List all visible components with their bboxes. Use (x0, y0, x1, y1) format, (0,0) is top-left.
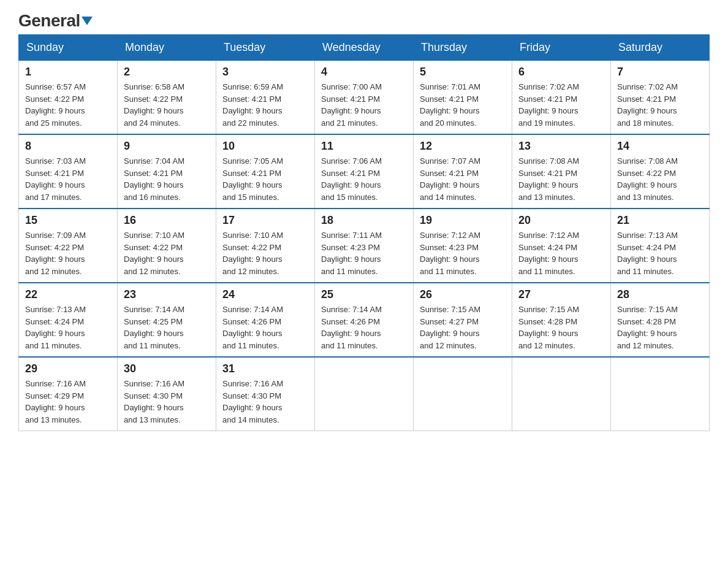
day-info: Sunrise: 7:09 AMSunset: 4:22 PMDaylight:… (25, 229, 111, 277)
week-row-2: 8Sunrise: 7:03 AMSunset: 4:21 PMDaylight… (19, 134, 710, 209)
day-info: Sunrise: 7:08 AMSunset: 4:22 PMDaylight:… (617, 155, 703, 203)
calendar-cell: 21Sunrise: 7:13 AMSunset: 4:24 PMDayligh… (611, 209, 710, 283)
calendar-cell: 12Sunrise: 7:07 AMSunset: 4:21 PMDayligh… (414, 134, 512, 209)
calendar-cell: 13Sunrise: 7:08 AMSunset: 4:21 PMDayligh… (512, 134, 611, 209)
day-info: Sunrise: 7:11 AMSunset: 4:23 PMDaylight:… (321, 229, 407, 277)
day-number: 9 (124, 140, 210, 153)
calendar-cell (315, 357, 414, 431)
header-monday: Monday (118, 35, 216, 61)
calendar-cell: 8Sunrise: 7:03 AMSunset: 4:21 PMDaylight… (19, 134, 118, 209)
day-number: 13 (518, 140, 604, 153)
day-info: Sunrise: 7:08 AMSunset: 4:21 PMDaylight:… (518, 155, 604, 203)
day-info: Sunrise: 7:02 AMSunset: 4:21 PMDaylight:… (617, 81, 703, 129)
page-header: General (18, 12, 710, 28)
day-number: 2 (124, 66, 210, 79)
day-number: 4 (321, 66, 407, 79)
calendar-cell: 20Sunrise: 7:12 AMSunset: 4:24 PMDayligh… (512, 209, 611, 283)
day-number: 28 (617, 288, 703, 301)
calendar-cell: 22Sunrise: 7:13 AMSunset: 4:24 PMDayligh… (19, 283, 118, 357)
week-row-4: 22Sunrise: 7:13 AMSunset: 4:24 PMDayligh… (19, 283, 710, 357)
day-info: Sunrise: 7:16 AMSunset: 4:30 PMDaylight:… (124, 378, 210, 426)
day-number: 5 (420, 66, 506, 79)
header-wednesday: Wednesday (315, 35, 414, 61)
day-info: Sunrise: 7:16 AMSunset: 4:29 PMDaylight:… (25, 378, 111, 426)
day-number: 19 (420, 214, 506, 227)
header-friday: Friday (512, 35, 611, 61)
logo: General (18, 12, 93, 28)
day-info: Sunrise: 7:12 AMSunset: 4:23 PMDaylight:… (420, 229, 506, 277)
day-info: Sunrise: 7:00 AMSunset: 4:21 PMDaylight:… (321, 81, 407, 129)
day-number: 26 (420, 288, 506, 301)
day-number: 27 (518, 288, 604, 301)
calendar-cell: 25Sunrise: 7:14 AMSunset: 4:26 PMDayligh… (315, 283, 414, 357)
calendar-cell: 18Sunrise: 7:11 AMSunset: 4:23 PMDayligh… (315, 209, 414, 283)
week-row-5: 29Sunrise: 7:16 AMSunset: 4:29 PMDayligh… (19, 357, 710, 431)
day-number: 6 (518, 66, 604, 79)
calendar-cell: 17Sunrise: 7:10 AMSunset: 4:22 PMDayligh… (216, 209, 315, 283)
day-info: Sunrise: 7:15 AMSunset: 4:28 PMDaylight:… (518, 304, 604, 351)
logo-general: General (18, 12, 80, 29)
day-info: Sunrise: 7:10 AMSunset: 4:22 PMDaylight:… (124, 229, 210, 277)
day-number: 17 (222, 214, 308, 227)
day-number: 29 (25, 362, 111, 375)
day-number: 25 (321, 288, 407, 301)
day-number: 21 (617, 214, 703, 227)
day-info: Sunrise: 7:15 AMSunset: 4:27 PMDaylight:… (420, 304, 506, 351)
day-number: 30 (124, 362, 210, 375)
calendar-cell: 19Sunrise: 7:12 AMSunset: 4:23 PMDayligh… (414, 209, 512, 283)
calendar-cell: 6Sunrise: 7:02 AMSunset: 4:21 PMDaylight… (512, 61, 611, 135)
day-number: 10 (222, 140, 308, 153)
calendar-cell: 24Sunrise: 7:14 AMSunset: 4:26 PMDayligh… (216, 283, 315, 357)
day-info: Sunrise: 7:12 AMSunset: 4:24 PMDaylight:… (518, 229, 604, 277)
day-info: Sunrise: 7:04 AMSunset: 4:21 PMDaylight:… (124, 155, 210, 203)
day-number: 8 (25, 140, 111, 153)
header-sunday: Sunday (19, 35, 118, 61)
header-tuesday: Tuesday (216, 35, 315, 61)
calendar-table: Sunday Monday Tuesday Wednesday Thursday… (18, 34, 710, 431)
calendar-cell: 31Sunrise: 7:16 AMSunset: 4:30 PMDayligh… (216, 357, 315, 431)
calendar-cell: 29Sunrise: 7:16 AMSunset: 4:29 PMDayligh… (19, 357, 118, 431)
weekday-header-row: Sunday Monday Tuesday Wednesday Thursday… (19, 35, 710, 61)
day-info: Sunrise: 6:57 AMSunset: 4:22 PMDaylight:… (25, 81, 111, 129)
day-number: 23 (124, 288, 210, 301)
calendar-cell: 1Sunrise: 6:57 AMSunset: 4:22 PMDaylight… (19, 61, 118, 135)
calendar-cell: 10Sunrise: 7:05 AMSunset: 4:21 PMDayligh… (216, 134, 315, 209)
week-row-3: 15Sunrise: 7:09 AMSunset: 4:22 PMDayligh… (19, 209, 710, 283)
header-thursday: Thursday (414, 35, 512, 61)
calendar-cell: 28Sunrise: 7:15 AMSunset: 4:28 PMDayligh… (611, 283, 710, 357)
day-info: Sunrise: 7:03 AMSunset: 4:21 PMDaylight:… (25, 155, 111, 203)
day-info: Sunrise: 7:14 AMSunset: 4:26 PMDaylight:… (222, 304, 308, 351)
logo-triangle-icon (82, 17, 93, 25)
calendar-cell: 14Sunrise: 7:08 AMSunset: 4:22 PMDayligh… (611, 134, 710, 209)
day-info: Sunrise: 7:15 AMSunset: 4:28 PMDaylight:… (617, 304, 703, 351)
day-info: Sunrise: 7:13 AMSunset: 4:24 PMDaylight:… (617, 229, 703, 277)
day-info: Sunrise: 7:14 AMSunset: 4:25 PMDaylight:… (124, 304, 210, 351)
calendar-cell: 2Sunrise: 6:58 AMSunset: 4:22 PMDaylight… (118, 61, 216, 135)
calendar-cell: 26Sunrise: 7:15 AMSunset: 4:27 PMDayligh… (414, 283, 512, 357)
day-number: 14 (617, 140, 703, 153)
day-info: Sunrise: 7:06 AMSunset: 4:21 PMDaylight:… (321, 155, 407, 203)
day-number: 24 (222, 288, 308, 301)
day-number: 11 (321, 140, 407, 153)
day-info: Sunrise: 6:59 AMSunset: 4:21 PMDaylight:… (222, 81, 308, 129)
calendar-cell: 30Sunrise: 7:16 AMSunset: 4:30 PMDayligh… (118, 357, 216, 431)
day-info: Sunrise: 7:14 AMSunset: 4:26 PMDaylight:… (321, 304, 407, 351)
calendar-cell (512, 357, 611, 431)
calendar-cell: 5Sunrise: 7:01 AMSunset: 4:21 PMDaylight… (414, 61, 512, 135)
calendar-cell: 16Sunrise: 7:10 AMSunset: 4:22 PMDayligh… (118, 209, 216, 283)
day-number: 20 (518, 214, 604, 227)
calendar-cell: 27Sunrise: 7:15 AMSunset: 4:28 PMDayligh… (512, 283, 611, 357)
calendar-cell: 11Sunrise: 7:06 AMSunset: 4:21 PMDayligh… (315, 134, 414, 209)
day-info: Sunrise: 7:07 AMSunset: 4:21 PMDaylight:… (420, 155, 506, 203)
day-number: 3 (222, 66, 308, 79)
day-number: 15 (25, 214, 111, 227)
day-info: Sunrise: 7:05 AMSunset: 4:21 PMDaylight:… (222, 155, 308, 203)
day-info: Sunrise: 7:01 AMSunset: 4:21 PMDaylight:… (420, 81, 506, 129)
day-number: 22 (25, 288, 111, 301)
day-info: Sunrise: 7:16 AMSunset: 4:30 PMDaylight:… (222, 378, 308, 426)
day-number: 18 (321, 214, 407, 227)
day-number: 31 (222, 362, 308, 375)
header-saturday: Saturday (611, 35, 710, 61)
calendar-cell: 23Sunrise: 7:14 AMSunset: 4:25 PMDayligh… (118, 283, 216, 357)
day-info: Sunrise: 7:13 AMSunset: 4:24 PMDaylight:… (25, 304, 111, 351)
